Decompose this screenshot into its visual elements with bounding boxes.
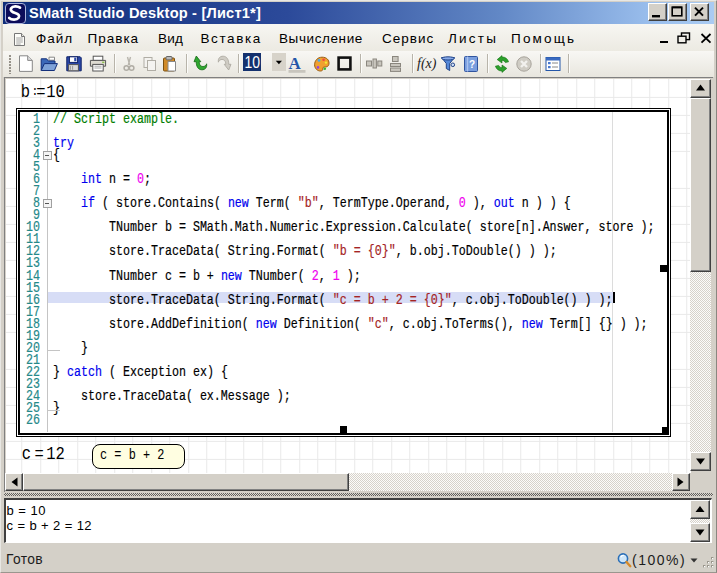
svg-text:?: ? <box>469 59 475 70</box>
